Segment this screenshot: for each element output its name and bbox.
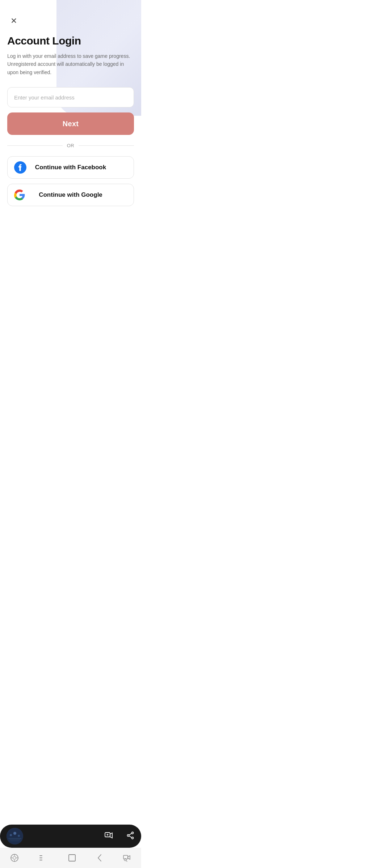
google-login-button[interactable]: Continue with Google (7, 184, 134, 206)
divider-line-left (7, 145, 63, 146)
close-button[interactable]: ✕ (7, 14, 20, 27)
divider-line-right (79, 145, 134, 146)
or-divider: OR (7, 143, 134, 148)
google-button-label: Continue with Google (39, 191, 102, 199)
page-subtitle: Log in with your email address to save g… (7, 52, 130, 76)
facebook-login-button[interactable]: Continue with Facebook (7, 156, 134, 179)
close-icon: ✕ (10, 17, 17, 25)
facebook-icon (14, 161, 26, 174)
email-input[interactable] (7, 87, 134, 107)
next-button[interactable]: Next (7, 112, 134, 135)
or-text: OR (67, 143, 75, 148)
facebook-button-label: Continue with Facebook (35, 164, 106, 171)
page-title: Account Login (7, 35, 134, 47)
google-icon (14, 190, 25, 200)
